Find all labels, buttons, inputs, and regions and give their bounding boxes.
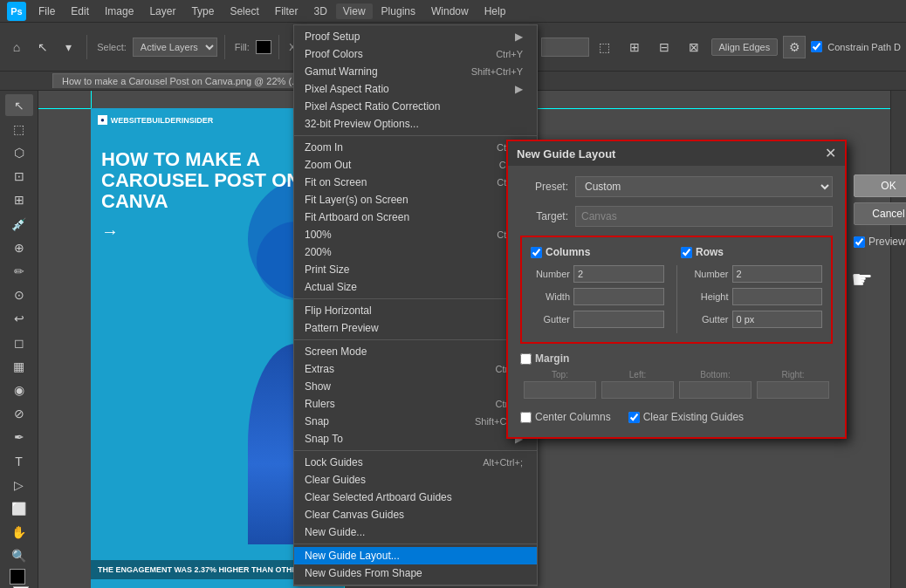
dialog-close-btn[interactable]: ✕ bbox=[825, 147, 836, 161]
arrow-tool-btn[interactable]: ▾ bbox=[58, 35, 80, 59]
dropdown-menu: Proof Setup ▶ Proof Colors Ctrl+Y Gamut … bbox=[293, 24, 538, 586]
menu-print-size[interactable]: Print Size bbox=[294, 261, 537, 278]
margin-checkbox[interactable] bbox=[520, 353, 532, 365]
fill-color[interactable] bbox=[256, 40, 272, 54]
target-input[interactable] bbox=[575, 206, 833, 227]
gradient-tool[interactable]: ▦ bbox=[5, 355, 33, 377]
menu-type[interactable]: Type bbox=[184, 3, 221, 19]
arrange-btn3[interactable]: ⊟ bbox=[652, 35, 676, 59]
columns-width-input[interactable] bbox=[573, 288, 664, 305]
rows-gutter-input[interactable] bbox=[732, 311, 823, 328]
menu-zoom-out[interactable]: Zoom Out Ctrl+- bbox=[294, 156, 537, 174]
menu-fit-screen[interactable]: Fit on Screen Ctrl+0 bbox=[294, 174, 537, 191]
menu-proof-colors[interactable]: Proof Colors Ctrl+Y bbox=[294, 45, 537, 63]
menu-extras[interactable]: Extras Ctrl+H bbox=[294, 360, 537, 378]
object-select-tool[interactable]: ⊡ bbox=[5, 166, 33, 188]
center-columns-checkbox[interactable] bbox=[520, 412, 532, 423]
columns-number-input[interactable] bbox=[573, 265, 664, 283]
menu-actual-size[interactable]: Actual Size bbox=[294, 278, 537, 296]
margin-left-input[interactable] bbox=[601, 381, 674, 399]
menu-100pct[interactable]: 100% Ctrl+1 bbox=[294, 226, 537, 243]
pen-tool[interactable]: ✒ bbox=[5, 427, 33, 448]
menu-file[interactable]: File bbox=[31, 3, 62, 19]
menu-flip-horizontal[interactable]: Flip Horizontal bbox=[294, 302, 537, 319]
move-tool[interactable]: ↖ bbox=[5, 94, 33, 116]
cancel-button[interactable]: Cancel bbox=[854, 202, 906, 225]
margin-right-input[interactable] bbox=[757, 381, 829, 399]
menu-pixel-aspect-ratio[interactable]: Pixel Aspect Ratio ▶ bbox=[294, 80, 537, 98]
text-tool[interactable]: T bbox=[5, 450, 33, 472]
hand-tool[interactable]: ✋ bbox=[5, 522, 33, 544]
menu-200pct[interactable]: 200% bbox=[294, 243, 537, 261]
menu-clear-guides[interactable]: Clear Guides bbox=[294, 471, 537, 489]
constrain-checkbox[interactable] bbox=[811, 41, 822, 52]
menu-filter[interactable]: Filter bbox=[268, 3, 305, 19]
gear-btn[interactable]: ⚙ bbox=[783, 36, 806, 58]
rectangle-select-tool[interactable]: ⬚ bbox=[5, 118, 33, 140]
move-tool-btn[interactable]: ↖ bbox=[31, 35, 54, 59]
menu-plugins[interactable]: Plugins bbox=[374, 3, 422, 19]
menu-32bit-preview[interactable]: 32-bit Preview Options... bbox=[294, 115, 537, 133]
align-edges-btn[interactable]: Align Edges bbox=[711, 38, 779, 56]
clear-existing-checkbox[interactable] bbox=[628, 412, 640, 423]
eraser-tool[interactable]: ◻ bbox=[5, 332, 33, 353]
menu-new-guide-layout[interactable]: New Guide Layout... bbox=[294, 547, 537, 564]
menu-zoom-in[interactable]: Zoom In Ctrl++ bbox=[294, 139, 537, 156]
menu-view[interactable]: View bbox=[336, 3, 373, 19]
healing-tool[interactable]: ⊕ bbox=[5, 236, 33, 258]
preview-checkbox[interactable] bbox=[854, 236, 865, 248]
rows-height-input[interactable] bbox=[732, 288, 823, 305]
menu-snap[interactable]: Snap Shift+Ctrl+; bbox=[294, 413, 537, 430]
rows-checkbox[interactable] bbox=[681, 247, 692, 258]
arrange-btn4[interactable]: ⊠ bbox=[682, 35, 706, 59]
menu-fit-artboard[interactable]: Fit Artboard on Screen bbox=[294, 209, 537, 226]
eyedropper-tool[interactable]: 💉 bbox=[5, 213, 33, 235]
menu-3d[interactable]: 3D bbox=[306, 3, 333, 19]
menu-new-guide[interactable]: New Guide... bbox=[294, 523, 537, 541]
menu-clear-canvas-guides[interactable]: Clear Canvas Guides bbox=[294, 506, 537, 523]
margin-bottom-input[interactable] bbox=[679, 381, 752, 399]
select-label: Select: bbox=[97, 42, 127, 52]
menu-image[interactable]: Image bbox=[98, 3, 141, 19]
rows-number-input[interactable] bbox=[732, 265, 823, 283]
zoom-tool[interactable]: 🔍 bbox=[5, 545, 33, 567]
menu-new-guides-shape[interactable]: New Guides From Shape bbox=[294, 564, 537, 582]
menu-gamut-warning[interactable]: Gamut Warning Shift+Ctrl+Y bbox=[294, 63, 537, 80]
path-select-tool[interactable]: ▷ bbox=[5, 474, 33, 496]
arrange-btn1[interactable]: ⬚ bbox=[593, 35, 617, 59]
layers-select[interactable]: Active Layers bbox=[133, 38, 217, 57]
menu-proof-setup[interactable]: Proof Setup ▶ bbox=[294, 28, 537, 45]
columns-gutter-input[interactable] bbox=[573, 311, 664, 328]
lasso-tool[interactable]: ⬡ bbox=[5, 141, 33, 163]
shape-tool[interactable]: ⬜ bbox=[5, 497, 33, 519]
crop-tool[interactable]: ⊞ bbox=[5, 189, 33, 211]
menu-select[interactable]: Select bbox=[223, 3, 265, 19]
history-brush-tool[interactable]: ↩ bbox=[5, 308, 33, 330]
dodge-tool[interactable]: ⊘ bbox=[5, 403, 33, 425]
margin-top-input[interactable] bbox=[524, 381, 596, 399]
menu-rulers[interactable]: Rulers Ctrl+R bbox=[294, 395, 537, 413]
preset-select[interactable]: Custom bbox=[575, 176, 833, 197]
menu-snap-to[interactable]: Snap To ▶ bbox=[294, 430, 537, 448]
menu-pixel-aspect-correction[interactable]: Pixel Aspect Ratio Correction bbox=[294, 98, 537, 115]
menu-clear-artboard-guides[interactable]: Clear Selected Artboard Guides bbox=[294, 489, 537, 506]
home-btn[interactable]: ⌂ bbox=[5, 35, 28, 59]
menu-help[interactable]: Help bbox=[477, 3, 513, 19]
menu-fit-layers[interactable]: Fit Layer(s) on Screen bbox=[294, 191, 537, 209]
ok-button[interactable]: OK bbox=[854, 174, 906, 197]
menu-screen-mode[interactable]: Screen Mode ▶ bbox=[294, 343, 537, 360]
clone-tool[interactable]: ⊙ bbox=[5, 284, 33, 306]
canvas-tab[interactable]: How to make a Carousel Post on Canva.png… bbox=[52, 73, 309, 88]
menu-window[interactable]: Window bbox=[424, 3, 476, 19]
brush-tool[interactable]: ✏ bbox=[5, 260, 33, 282]
menu-pattern-preview[interactable]: Pattern Preview bbox=[294, 319, 537, 337]
menu-edit[interactable]: Edit bbox=[64, 3, 96, 19]
h-input[interactable] bbox=[541, 38, 589, 57]
menu-lock-guides[interactable]: Lock Guides Alt+Ctrl+; bbox=[294, 454, 537, 471]
columns-checkbox[interactable] bbox=[531, 247, 542, 258]
menu-show[interactable]: Show ▶ bbox=[294, 378, 537, 395]
blur-tool[interactable]: ◉ bbox=[5, 379, 33, 400]
arrange-btn2[interactable]: ⊞ bbox=[622, 35, 647, 59]
menu-layer[interactable]: Layer bbox=[142, 3, 182, 19]
foreground-color[interactable] bbox=[10, 569, 25, 585]
